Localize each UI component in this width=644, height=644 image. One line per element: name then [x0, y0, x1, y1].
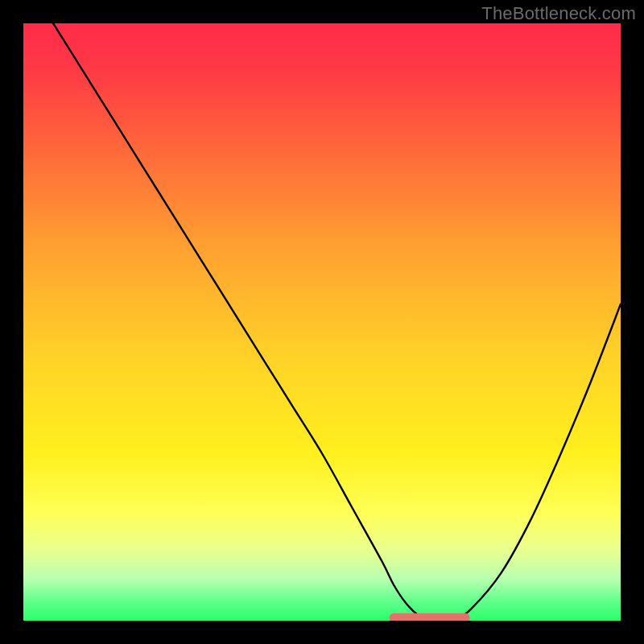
bottleneck-curve [53, 23, 621, 621]
chart-frame: TheBottleneck.com [0, 0, 644, 644]
curve-layer [23, 23, 621, 621]
watermark-text: TheBottleneck.com [481, 3, 636, 24]
plot-area [23, 23, 621, 621]
